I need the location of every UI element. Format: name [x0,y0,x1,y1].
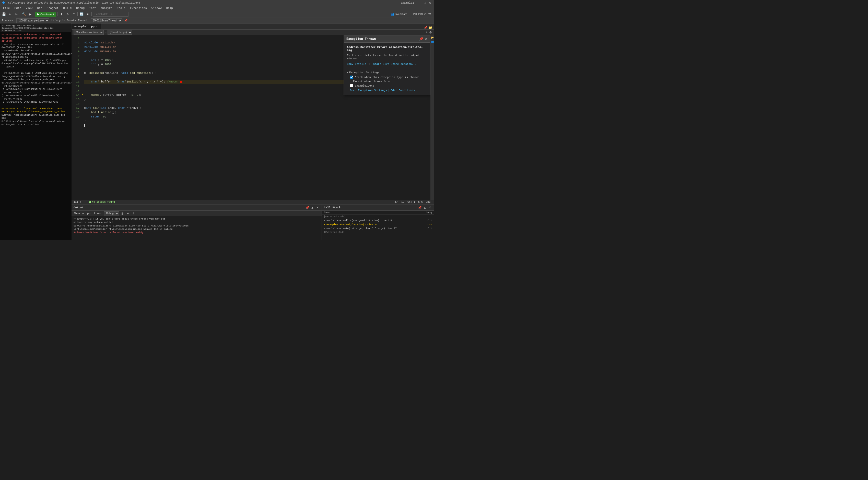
output-source-select[interactable]: Debug [104,212,119,216]
green-dot-icon [89,201,91,203]
output-scroll-button[interactable]: ⬇ [132,212,136,216]
example1-label: example1.exe [355,84,374,87]
toolbar-step-over[interactable]: ⬇ [59,11,64,17]
int-preview-button[interactable]: INT PREVIEW [411,12,433,16]
tab-explorer-icon[interactable]: 📁 [429,26,432,29]
active-frame-arrow: ➤ [324,223,326,226]
processbar: Process: [20916] example1.exe Lifecycle … [0,18,434,24]
toolbar-run[interactable]: ▶ [27,11,33,17]
output-close-button[interactable]: ✕ [315,205,319,210]
file-loc-gear-icon[interactable]: ⚙ [429,31,432,34]
live-share-session-link[interactable]: Start Live Share session... [373,63,416,66]
menu-item-git[interactable]: Git [35,6,44,10]
current-line-arrow: ➤ [82,92,84,97]
toolbar-stop[interactable]: ■ [85,11,90,17]
exception-settings: ▼ Exception Settings Break when this exc… [347,69,427,92]
call-stack-frame-main[interactable]: example1.exe!main(int argc, char * * arg… [322,226,434,230]
thread-label: Thread: [78,19,89,22]
menubar: FileEditViewGitProjectBuildDebugTestAnal… [0,6,434,11]
editor-status-bar: 111 % | No issues found Ln: 19 Ch: 1 SPC… [71,200,434,204]
toolbar-undo[interactable]: ↩ [7,11,13,17]
menu-item-window[interactable]: Window [149,6,164,10]
crlf-status: CRLF [426,201,432,203]
file-loc-plus-icon[interactable]: ＋ [425,30,428,34]
call-stack-close-button[interactable]: ✕ [428,205,432,210]
menu-item-project[interactable]: Project [45,6,61,10]
menu-item-build[interactable]: Build [61,6,73,10]
search-input[interactable] [93,12,128,17]
frame-external-name-2: [External Code] [324,231,421,234]
bottom-area: Output 📌 ▲ ✕ Show output from: Debug 🗑 ↵… [71,204,434,240]
zoom-level: 111 % [73,201,81,203]
process-select[interactable]: [20916] example1.exe [17,19,49,23]
no-issues-status: No issues found [89,201,115,203]
tab-close-icon[interactable]: ✕ [96,25,98,28]
output-line-2: allocator_may_return_null=1 [73,221,319,224]
output-maximize-button[interactable]: ▲ [310,205,314,210]
toolbar-step-in[interactable]: ↴ [65,11,70,17]
titlebar: 🔷 C:\MSDN\cpp-docs-pr\docs\c-language\AS… [0,0,434,6]
edit-conditions-link[interactable]: Edit Conditions [391,89,415,92]
call-stack-frame-malloc[interactable]: example1.exe!malloc(unsigned int size) L… [322,219,434,222]
misc-files-select[interactable]: Miscellaneous Files [73,30,104,35]
toolbar-restart[interactable]: 🔄 [79,11,84,17]
continue-button[interactable]: ▶ Continue ▾ [35,12,56,17]
code-line-19: ▌ [84,124,86,127]
sidebar-team-explorer[interactable]: 👥 [431,40,434,43]
toolbar-step-out[interactable]: ↱ [71,11,76,17]
call-stack-frame-bad-function[interactable]: ➤ example1.exe!bad_function() Line 10 C+… [322,222,434,226]
toolbar-save[interactable]: 💾 [1,11,7,17]
exception-dialog-header: Exception Thrown 📌 ✕ [344,35,430,43]
menu-item-view[interactable]: View [24,6,34,10]
output-wrap-button[interactable]: ↵ [126,212,130,216]
tab-pin-icon[interactable]: 📌 [424,26,428,29]
editor-area: 1 2 3 4 5 6 7 8 9 10 11 12 13 14 15 16 1 [71,35,430,200]
example1-checkbox[interactable] [350,84,353,87]
menu-item-analyze[interactable]: Analyze [99,6,115,10]
menu-item-debug[interactable]: Debug [74,6,87,10]
call-stack-frame-external-1[interactable]: [External Code] [322,215,434,219]
output-pin-button[interactable]: 📌 [305,205,309,210]
live-share-button[interactable]: 👥 Live Share [390,12,409,16]
tab-example1[interactable]: example1.cpp ✕ [71,24,101,29]
frame-external-name-1: [External Code] [324,215,421,218]
code-line-12: memcpy(buffer, buffer + 8, 8); [84,93,142,97]
open-exception-settings-link[interactable]: Open Exception Settings [350,89,387,92]
code-line-18: } [84,120,86,123]
menu-item-tools[interactable]: Tools [115,6,127,10]
global-scope-select[interactable]: (Global Scope) [107,30,132,35]
show-output-label: Show output from: [73,212,102,215]
toolbar-build[interactable]: 🔨 [21,11,27,17]
exception-close-button[interactable]: ✕ [425,37,428,41]
toolbar-redo[interactable]: ↪ [13,11,19,17]
output-line-5: Address Sanitizer Error: allocation-size… [73,231,319,234]
tab-icons: 📌 📁 [422,26,434,29]
call-stack-maximize-button[interactable]: ▲ [423,205,427,210]
break-on-exception-checkbox[interactable] [350,75,353,79]
call-stack-pin-button[interactable]: 📌 [417,205,422,210]
frame-main-name: example1.exe!main(int argc, char * * arg… [324,227,421,230]
frame-malloc-name: example1.exe!malloc(unsigned int size) L… [324,219,421,222]
menu-item-help[interactable]: Help [164,6,175,10]
code-line-5: int x = 1000; [84,59,113,62]
menu-item-test[interactable]: Test [87,6,98,10]
maximize-button[interactable]: □ [423,1,427,5]
sidebar-solution-explorer[interactable]: 📂 [431,36,434,39]
call-stack-frame-external-2[interactable]: [External Code] [322,230,434,234]
status-separator1: | [84,201,86,204]
output-title: Output [73,206,84,209]
menu-item-edit[interactable]: Edit [12,6,23,10]
output-clear-button[interactable]: 🗑 [121,212,125,216]
close-button[interactable]: ✕ [428,1,432,5]
minimize-button[interactable]: — [417,1,422,5]
output-panel: Output 📌 ▲ ✕ Show output from: Debug 🗑 ↵… [71,204,321,240]
settings-collapse-icon[interactable]: ▼ [347,71,348,74]
exception-pin-button[interactable]: 📌 [419,37,423,41]
call-stack-column-headers: Name Lang [322,211,434,215]
location-separator: ─ [105,31,106,34]
copy-details-link[interactable]: Copy Details [347,63,366,66]
line-numbers: 1 2 3 4 5 6 7 8 9 10 11 12 13 14 15 16 1 [71,35,81,200]
thread-select[interactable]: [46012] Main Thread [91,19,122,23]
menu-item-file[interactable]: File [1,6,12,10]
menu-item-extensions[interactable]: Extensions [128,6,149,10]
